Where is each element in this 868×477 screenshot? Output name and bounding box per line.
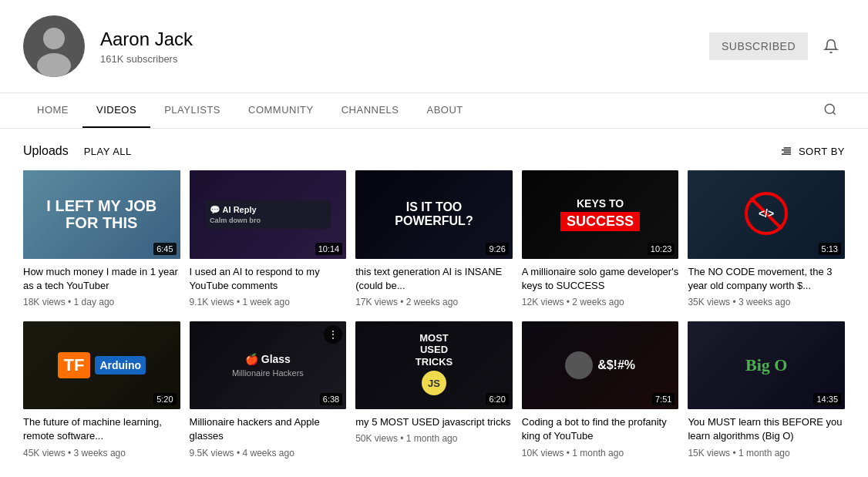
search-button[interactable] [816, 95, 845, 126]
channel-name: Aaron Jack [100, 29, 709, 50]
video-thumbnail: 🍎 GlassMillionaire Hackers 6:38 ⋮ [190, 321, 347, 410]
play-all-button[interactable]: PLAY ALL [84, 146, 132, 157]
tab-playlists[interactable]: PLAYLISTS [150, 93, 234, 128]
video-meta: 35K views • 3 weeks ago [688, 296, 845, 309]
channel-avatar [23, 15, 85, 77]
video-thumbnail: Big O 14:35 [688, 321, 845, 410]
video-thumbnail: I LEFT MY JOBFOR THIS 6:45 [23, 170, 180, 259]
svg-point-2 [37, 53, 71, 77]
video-thumbnail: TFArduino 5:20 [23, 321, 180, 410]
video-grid: I LEFT MY JOBFOR THIS 6:45 How much mone… [23, 170, 845, 459]
tab-videos[interactable]: VIDEOS [82, 93, 150, 128]
video-meta: 17K views • 2 weeks ago [355, 296, 513, 309]
sort-by-button[interactable]: SORT BY [780, 145, 845, 157]
video-thumbnail: MOSTUSEDTRICKSJS 6:20 [355, 321, 513, 410]
tab-channels[interactable]: CHANNELS [328, 93, 413, 128]
video-card[interactable]: I LEFT MY JOBFOR THIS 6:45 How much mone… [23, 170, 180, 309]
more-options-button[interactable]: ⋮ [324, 325, 342, 344]
uploads-left: Uploads PLAY ALL [23, 144, 132, 158]
duration-badge: 14:35 [813, 393, 841, 405]
video-thumbnail: 💬 AI ReplyCalm down bro 10:14 [190, 170, 347, 259]
header-actions: SUBSCRIBED [709, 32, 845, 60]
duration-badge: 6:45 [153, 243, 176, 255]
video-title: Millionaire hackers and Apple glasses [190, 415, 347, 443]
duration-badge: 10:23 [648, 243, 675, 255]
notification-bell-button[interactable] [817, 32, 845, 60]
video-thumbnail: </> 5:13 [688, 170, 845, 259]
video-title: You MUST learn this BEFORE you learn alg… [688, 415, 845, 443]
duration-badge: 7:51 [652, 393, 675, 405]
tab-home[interactable]: HOME [23, 93, 82, 128]
nav-tabs: HOME VIDEOS PLAYLISTS COMMUNITY CHANNELS… [0, 93, 868, 129]
video-title: this text generation AI is INSANE (could… [355, 265, 513, 293]
video-meta: 9.5K views • 4 weeks ago [190, 447, 347, 460]
svg-point-3 [825, 104, 834, 113]
channel-subscribers: 161K subscribers [100, 53, 709, 65]
sort-by-label: SORT BY [799, 146, 845, 157]
video-meta: 50K views • 1 month ago [355, 432, 513, 445]
subscribed-button[interactable]: SUBSCRIBED [709, 32, 808, 60]
channel-header: Aaron Jack 161K subscribers SUBSCRIBED [0, 0, 868, 93]
video-thumbnail: KEYS TOSUCCESS 10:23 [522, 170, 679, 259]
svg-line-4 [833, 112, 835, 114]
video-title: The future of machine learning, remote s… [23, 415, 180, 443]
duration-badge: 5:13 [819, 243, 841, 255]
video-card[interactable]: KEYS TOSUCCESS 10:23 A millionaire solo … [522, 170, 679, 309]
video-title: my 5 MOST USED javascript tricks [355, 415, 513, 429]
video-card[interactable]: 💬 AI ReplyCalm down bro 10:14 I used an … [190, 170, 347, 309]
duration-badge: 10:14 [315, 243, 343, 255]
video-card[interactable]: MOSTUSEDTRICKSJS 6:20 my 5 MOST USED jav… [355, 321, 513, 460]
tab-about[interactable]: ABOUT [413, 93, 477, 128]
svg-point-1 [43, 28, 65, 49]
svg-text:</>: </> [759, 207, 774, 220]
video-card[interactable]: 🍎 GlassMillionaire Hackers 6:38 ⋮ Millio… [190, 321, 347, 460]
video-title: A millionaire solo game developer's keys… [522, 265, 679, 293]
video-title: How much money I made in 1 year as a tec… [23, 265, 180, 293]
video-meta: 9.1K views • 1 week ago [190, 296, 347, 309]
video-card[interactable]: TFArduino 5:20 The future of machine lea… [23, 321, 180, 460]
uploads-label: Uploads [23, 144, 69, 158]
video-thumbnail: &$!#% 7:51 [522, 321, 679, 410]
duration-badge: 5:20 [153, 393, 176, 405]
video-meta: 12K views • 2 weeks ago [522, 296, 679, 309]
video-card[interactable]: &$!#% 7:51 Coding a bot to find the prof… [522, 321, 679, 460]
video-title: Coding a bot to find the profanity king … [522, 415, 679, 443]
video-meta: 15K views • 1 month ago [688, 447, 845, 460]
content-area: Uploads PLAY ALL SORT BY I LEFT MY JOBFO… [0, 129, 868, 475]
uploads-bar: Uploads PLAY ALL SORT BY [23, 144, 845, 158]
duration-badge: 6:20 [486, 393, 508, 405]
video-meta: 45K views • 3 weeks ago [23, 447, 180, 460]
video-card[interactable]: </> 5:13 The NO CODE movement, the 3 yea… [688, 170, 845, 309]
video-meta: 10K views • 1 month ago [522, 447, 679, 460]
video-title: I used an AI to respond to my YouTube co… [190, 265, 347, 293]
video-thumbnail: IS IT TOOPOWERFUL? 9:26 [355, 170, 513, 259]
tab-community[interactable]: COMMUNITY [234, 93, 328, 128]
channel-info: Aaron Jack 161K subscribers [100, 29, 709, 65]
duration-badge: 9:26 [486, 243, 508, 255]
video-card[interactable]: Big O 14:35 You MUST learn this BEFORE y… [688, 321, 845, 460]
video-title: The NO CODE movement, the 3 year old com… [688, 265, 845, 293]
video-meta: 18K views • 1 day ago [23, 296, 180, 309]
duration-badge: 6:38 [320, 393, 342, 405]
video-card[interactable]: IS IT TOOPOWERFUL? 9:26 this text genera… [355, 170, 513, 309]
